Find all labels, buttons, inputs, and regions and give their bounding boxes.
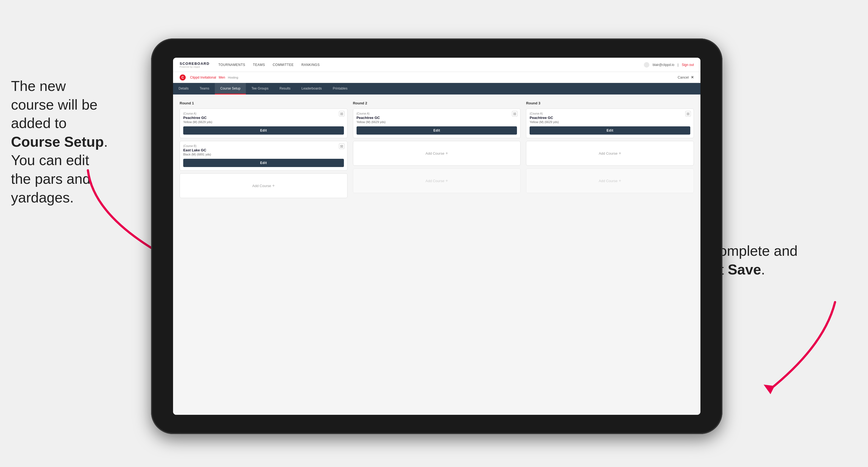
user-email: blair@clippd.io: [653, 63, 674, 67]
rounds-grid: Round 1 ⊠ (Course A) Peachtree GC Yellow…: [180, 101, 694, 201]
cancel-button[interactable]: Cancel ✕: [678, 75, 694, 80]
cancel-label: Cancel: [678, 75, 689, 80]
round2-add-course-button[interactable]: Add Course +: [353, 141, 521, 166]
tab-printables[interactable]: Printables: [328, 83, 353, 94]
round-3-header: Round 3: [526, 101, 694, 105]
tablet-screen: SCOREBOARD Powered by clippd TOURNAMENTS…: [173, 58, 701, 415]
round3-add-course-bottom-button: Add Course +: [526, 168, 694, 193]
tablet-device: SCOREBOARD Powered by clippd TOURNAMENTS…: [151, 38, 722, 434]
round2-add-course-bottom-button: Add Course +: [353, 168, 521, 193]
logo-area: SCOREBOARD Powered by clippd: [180, 62, 210, 68]
content-area: Round 1 ⊠ (Course A) Peachtree GC Yellow…: [173, 94, 701, 415]
round2-course-a-delete-button[interactable]: ⊠: [512, 111, 518, 117]
cancel-x-icon: ✕: [691, 75, 694, 80]
tab-details-label: Details: [179, 87, 189, 90]
tab-course-setup[interactable]: Course Setup: [215, 83, 246, 94]
annotation-line1: The new: [11, 78, 66, 94]
main-nav: TOURNAMENTS TEAMS COMMITTEE RANKINGS: [218, 63, 644, 67]
tab-course-setup-label: Course Setup: [220, 87, 240, 90]
round3-course-a-info: Yellow (M) (6629 yds): [530, 120, 690, 124]
right-annotation: Complete and hit Save.: [709, 242, 824, 279]
tab-printables-label: Printables: [333, 87, 347, 90]
round-1-header: Round 1: [180, 101, 347, 105]
top-nav: SCOREBOARD Powered by clippd TOURNAMENTS…: [173, 58, 701, 72]
right-arrow-icon: [720, 291, 846, 401]
round1-add-course-plus-icon: +: [272, 183, 275, 188]
annotation-line7: yardages.: [11, 190, 73, 206]
round2-course-a-info: Yellow (M) (6629 yds): [356, 120, 517, 124]
tournament-name-text: Clippd Invitational: [190, 75, 216, 80]
tab-teams[interactable]: Teams: [194, 83, 215, 94]
round1-add-course-button[interactable]: Add Course +: [180, 173, 347, 198]
nav-teams[interactable]: TEAMS: [253, 63, 265, 67]
tab-teams-label: Teams: [200, 87, 209, 90]
tab-results[interactable]: Results: [274, 83, 296, 94]
annotation-line4-suffix: .: [104, 134, 108, 150]
round2-course-a-label: (Course A): [356, 112, 517, 115]
tab-leaderboards-label: Leaderboards: [301, 87, 322, 90]
round1-course-a-name: Peachtree GC: [183, 116, 344, 120]
tournament-logo-icon: C: [180, 74, 186, 81]
round1-course-b-delete-button[interactable]: ⊠: [339, 144, 344, 149]
round2-add-course-label: Add Course: [426, 151, 444, 155]
annotation-right-suffix: .: [761, 261, 765, 277]
svg-marker-1: [764, 384, 775, 394]
round2-add-course-bottom-plus-icon: +: [445, 178, 448, 183]
round2-add-course-plus-icon: +: [445, 151, 448, 156]
tournament-name: Clippd Invitational Men: [188, 75, 225, 80]
logo-title: SCOREBOARD: [180, 62, 210, 66]
round1-course-b-label: (Course B): [183, 145, 344, 148]
round1-add-course-label: Add Course: [252, 184, 271, 188]
round3-course-a-label: (Course A): [530, 112, 690, 115]
round3-course-a-delete-button[interactable]: ⊠: [685, 111, 691, 117]
tournament-bar: C Clippd Invitational Men Hosting Cancel…: [173, 72, 701, 83]
tabs-bar: Details Teams Course Setup Tee Groups Re…: [173, 83, 701, 94]
tab-tee-groups-label: Tee Groups: [251, 87, 268, 90]
round-3-column: Round 3 ⊠ (Course A) Peachtree GC Yellow…: [526, 101, 694, 201]
round1-course-a-info: Yellow (M) (6629 yds): [183, 120, 344, 124]
logo-subtitle: Powered by clippd: [180, 66, 210, 68]
round3-add-course-button[interactable]: Add Course +: [526, 141, 694, 166]
annotation-line3: added to: [11, 115, 66, 131]
round-2-header: Round 2: [353, 101, 521, 105]
round3-course-a-card: ⊠ (Course A) Peachtree GC Yellow (M) (66…: [526, 108, 694, 138]
round3-add-course-bottom-label: Add Course: [599, 179, 618, 183]
round1-course-a-edit-button[interactable]: Edit: [183, 126, 344, 134]
round2-course-a-card: ⊠ (Course A) Peachtree GC Yellow (M) (66…: [353, 108, 521, 138]
round-2-column: Round 2 ⊠ (Course A) Peachtree GC Yellow…: [353, 101, 521, 201]
user-area: blair@clippd.io | Sign out: [644, 62, 694, 68]
tournament-gender: Men: [219, 75, 225, 80]
nav-committee[interactable]: COMMITTEE: [273, 63, 294, 67]
annotation-line2: course will be: [11, 97, 97, 113]
divider: |: [678, 63, 679, 67]
sign-out-link[interactable]: Sign out: [682, 63, 694, 67]
tab-leaderboards[interactable]: Leaderboards: [296, 83, 327, 94]
round1-course-b-edit-button[interactable]: Edit: [183, 159, 344, 167]
round2-course-a-name: Peachtree GC: [356, 116, 517, 120]
round3-add-course-plus-icon: +: [619, 151, 621, 156]
nav-tournaments[interactable]: TOURNAMENTS: [218, 63, 245, 67]
annotation-right-save: Save: [727, 261, 761, 277]
round1-course-a-delete-button[interactable]: ⊠: [339, 111, 344, 117]
round3-add-course-label: Add Course: [599, 151, 618, 155]
round3-add-course-bottom-plus-icon: +: [619, 178, 621, 183]
annotation-line4-bold: Course Setup: [11, 134, 104, 150]
round2-course-a-edit-button[interactable]: Edit: [356, 126, 517, 134]
user-avatar: [644, 62, 649, 68]
tab-tee-groups[interactable]: Tee Groups: [246, 83, 274, 94]
tournament-status: Hosting: [228, 76, 238, 79]
tab-details[interactable]: Details: [173, 83, 194, 94]
round1-course-b-info: Black (M) (6891 yds): [183, 153, 344, 156]
round1-course-b-name: East Lake GC: [183, 148, 344, 152]
round3-course-a-edit-button[interactable]: Edit: [530, 126, 690, 134]
round1-course-a-card: ⊠ (Course A) Peachtree GC Yellow (M) (66…: [180, 108, 347, 138]
nav-rankings[interactable]: RANKINGS: [301, 63, 320, 67]
round1-course-b-card: ⊠ (Course B) East Lake GC Black (M) (689…: [180, 141, 347, 170]
tab-results-label: Results: [279, 87, 290, 90]
round1-course-a-label: (Course A): [183, 112, 344, 115]
round2-add-course-bottom-label: Add Course: [426, 179, 444, 183]
round-1-column: Round 1 ⊠ (Course A) Peachtree GC Yellow…: [180, 101, 347, 201]
round3-course-a-name: Peachtree GC: [530, 116, 690, 120]
